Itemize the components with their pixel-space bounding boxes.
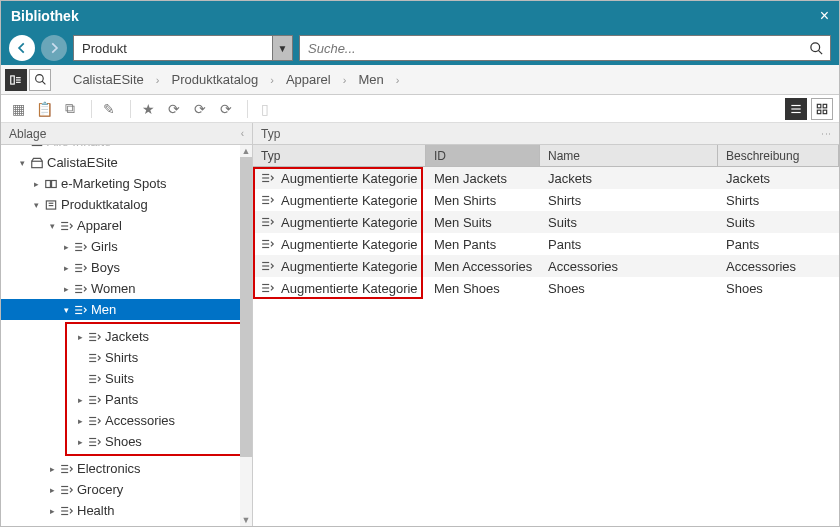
tree-node-label: e-Marketing Spots: [61, 176, 167, 191]
tree-node[interactable]: ▸Grocery: [1, 479, 252, 500]
cell-typ: Augmentierte Kategorie: [253, 171, 426, 186]
category-icon: [59, 484, 75, 496]
tree-expand-icon[interactable]: ▸: [59, 242, 73, 252]
tree-scrollbar[interactable]: ▲ ▼: [240, 145, 252, 526]
search-input[interactable]: [299, 35, 831, 61]
bookmark-icon[interactable]: ★: [137, 98, 159, 120]
tree-node-label: Men: [91, 302, 116, 317]
edit-icon[interactable]: ✎: [98, 98, 120, 120]
breadcrumb-item[interactable]: CalistaESite: [73, 72, 144, 87]
window-title: Bibliothek: [11, 8, 79, 24]
tree-node[interactable]: ▾Men: [1, 299, 252, 320]
category-icon: [29, 157, 45, 169]
breadcrumb: CalistaESite› Produktkatalog› Apparel› M…: [55, 72, 417, 87]
tree-collapse-icon[interactable]: ▾: [29, 200, 43, 210]
refresh-icon[interactable]: ⟳: [163, 98, 185, 120]
column-typ[interactable]: Typ: [253, 145, 426, 166]
close-icon[interactable]: ×: [820, 7, 829, 25]
tree-node[interactable]: ▸Electronics: [1, 458, 252, 479]
tree-expand-icon[interactable]: ▸: [45, 485, 59, 495]
svg-line-1: [818, 50, 822, 54]
tree-node[interactable]: Suits: [67, 368, 244, 389]
category-icon: [87, 415, 103, 427]
list-view-button[interactable]: [785, 98, 807, 120]
category-icon: [59, 526, 75, 527]
collapse-tree-icon[interactable]: ‹: [241, 128, 244, 139]
tree-node[interactable]: ▸e-Marketing Spots: [1, 173, 252, 194]
cell-desc: Shirts: [718, 193, 839, 208]
back-button[interactable]: [9, 35, 35, 61]
grid-view-button[interactable]: [811, 98, 833, 120]
toggle-tree-button[interactable]: [5, 69, 27, 91]
tree-node-label: Pants: [105, 392, 138, 407]
tree-node[interactable]: ▾CalistaESite: [1, 152, 252, 173]
tree-node-label: Home & Furnishing: [77, 524, 188, 526]
tree-expand-icon[interactable]: ▸: [73, 395, 87, 405]
tree-node-label: Women: [91, 281, 136, 296]
cell-desc: Suits: [718, 215, 839, 230]
tree-node[interactable]: ▸Jackets: [67, 326, 244, 347]
tree-expand-icon[interactable]: ▸: [59, 263, 73, 273]
tree-node[interactable]: ▸Accessories: [67, 410, 244, 431]
tree-node[interactable]: ▸Shoes: [67, 431, 244, 452]
category-icon: [87, 394, 103, 406]
tree-node[interactable]: Shirts: [67, 347, 244, 368]
column-id[interactable]: ID: [426, 145, 540, 166]
tree-collapse-icon[interactable]: ▾: [45, 221, 59, 231]
delete-icon[interactable]: ▯: [254, 98, 276, 120]
breadcrumb-item[interactable]: Men: [358, 72, 383, 87]
type-combo[interactable]: Produkt ▼: [73, 35, 293, 61]
tree-expand-icon[interactable]: ▸: [29, 179, 43, 189]
grid-panel: Typ ⋮ Typ ID Name Beschreibung Augmentie…: [253, 123, 839, 526]
forward-button[interactable]: [41, 35, 67, 61]
tree-node[interactable]: ▸Boys: [1, 257, 252, 278]
tree-node-label: CalistaESite: [47, 155, 118, 170]
tree-node[interactable]: ▸Girls: [1, 236, 252, 257]
tree-node[interactable]: ▸Women: [1, 278, 252, 299]
tree-node[interactable]: ▸Health: [1, 500, 252, 521]
tree-node-label: Accessories: [105, 413, 175, 428]
tree-expand-icon[interactable]: ▸: [73, 332, 87, 342]
column-name[interactable]: Name: [540, 145, 718, 166]
search-field[interactable]: [300, 41, 802, 56]
table-row[interactable]: Augmentierte KategorieMen AccessoriesAcc…: [253, 255, 839, 277]
tree-node[interactable]: ▸Pants: [67, 389, 244, 410]
search-toggle-button[interactable]: [29, 69, 51, 91]
breadcrumb-item[interactable]: Produktkatalog: [171, 72, 258, 87]
tree-node[interactable]: ▾Alle Inhalte: [1, 145, 252, 152]
tree-node[interactable]: ▾Produktkatalog: [1, 194, 252, 215]
tree-collapse-icon[interactable]: ▾: [15, 145, 29, 147]
tree-node-label: Boys: [91, 260, 120, 275]
scrollbar-thumb[interactable]: [240, 157, 252, 457]
table-row[interactable]: Augmentierte KategorieMen ShirtsShirtsSh…: [253, 189, 839, 211]
refresh-all-icon[interactable]: ⟳: [189, 98, 211, 120]
copy-icon[interactable]: ⧉: [59, 98, 81, 120]
tree-collapse-icon[interactable]: ▾: [15, 158, 29, 168]
tree-node[interactable]: ▸Home & Furnishing: [1, 521, 252, 526]
tree-header: Ablage ‹: [1, 123, 252, 145]
column-desc[interactable]: Beschreibung: [718, 145, 839, 166]
sync-icon[interactable]: ⟳: [215, 98, 237, 120]
tree-expand-icon[interactable]: ▸: [73, 416, 87, 426]
paste-icon[interactable]: 📋: [33, 98, 55, 120]
table-row[interactable]: Augmentierte KategorieMen SuitsSuitsSuit…: [253, 211, 839, 233]
tree-expand-icon[interactable]: ▸: [59, 284, 73, 294]
scroll-down-icon[interactable]: ▼: [240, 514, 252, 526]
table-row[interactable]: Augmentierte KategorieMen ShoesShoesShoe…: [253, 277, 839, 299]
grid-menu-icon[interactable]: ⋮: [821, 129, 832, 139]
search-icon[interactable]: [802, 41, 830, 56]
chevron-down-icon[interactable]: ▼: [273, 35, 293, 61]
category-icon: [261, 194, 275, 206]
tree-expand-icon[interactable]: ▸: [45, 506, 59, 516]
table-row[interactable]: Augmentierte KategorieMen JacketsJackets…: [253, 167, 839, 189]
tree-node[interactable]: ▾Apparel: [1, 215, 252, 236]
breadcrumb-item[interactable]: Apparel: [286, 72, 331, 87]
scroll-up-icon[interactable]: ▲: [240, 145, 252, 157]
tree-expand-icon[interactable]: ▸: [45, 464, 59, 474]
category-icon: [43, 178, 59, 190]
tree-collapse-icon[interactable]: ▾: [59, 305, 73, 315]
table-row[interactable]: Augmentierte KategorieMen PantsPantsPant…: [253, 233, 839, 255]
tree-expand-icon[interactable]: ▸: [73, 437, 87, 447]
new-icon[interactable]: ▦: [7, 98, 29, 120]
navbar: Produkt ▼: [1, 31, 839, 65]
